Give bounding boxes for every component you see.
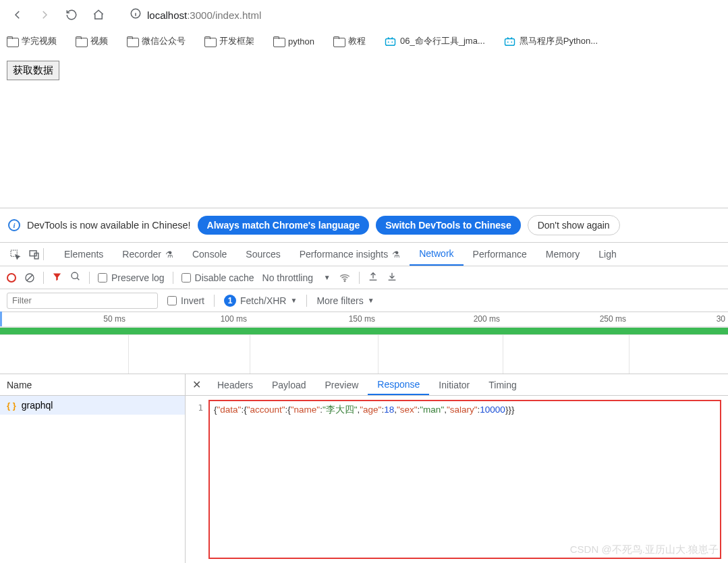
detail-tab-preview[interactable]: Preview: [316, 374, 368, 395]
devtools-tabs: Elements Recorder⚗ Console Sources Perfo…: [0, 242, 728, 266]
svg-line-15: [77, 278, 79, 280]
inspect-icon[interactable]: [5, 245, 24, 264]
svg-rect-6: [505, 39, 514, 46]
detail-tab-response[interactable]: Response: [368, 374, 429, 395]
timeline-tick: 100 ms: [221, 314, 250, 324]
detail-tab-headers[interactable]: Headers: [208, 374, 262, 395]
close-detail-button[interactable]: ✕: [192, 378, 208, 391]
folder-icon: [273, 36, 284, 46]
svg-point-5: [391, 41, 393, 42]
waterfall-area[interactable]: [0, 335, 728, 374]
page-body: 获取数据: [0, 53, 728, 88]
always-match-button[interactable]: Always match Chrome's language: [198, 216, 370, 235]
detail-tab-timing[interactable]: Timing: [479, 374, 526, 395]
timeline-tick: 150 ms: [349, 314, 378, 324]
bilibili-icon: [385, 36, 396, 46]
svg-line-13: [27, 275, 32, 280]
filter-toggle-icon[interactable]: [52, 272, 62, 284]
json-icon: { }: [7, 401, 16, 411]
switch-chinese-button[interactable]: Switch DevTools to Chinese: [376, 216, 520, 235]
fetch-data-button[interactable]: 获取数据: [7, 61, 59, 80]
chevron-down-icon: ▼: [290, 297, 297, 304]
svg-point-7: [507, 41, 509, 42]
language-notice: i DevTools is now available in Chinese! …: [0, 208, 728, 242]
bookmark-item[interactable]: 微信公众号: [127, 35, 186, 47]
watermark: CSDN @不死鸟.亚历山大.狼崽子: [570, 543, 719, 556]
folder-icon: [7, 36, 18, 46]
response-body: 1 {"data":{"account":{"name":"李大四","age"…: [186, 396, 728, 563]
search-icon[interactable]: [70, 271, 81, 284]
tab-performance[interactable]: Performance: [464, 243, 536, 266]
disable-cache-checkbox[interactable]: Disable cache: [181, 272, 254, 283]
tab-sources[interactable]: Sources: [236, 243, 289, 266]
devtools-panel: i DevTools is now available in Chinese! …: [0, 208, 728, 563]
column-header-name[interactable]: Name: [0, 374, 185, 396]
home-button[interactable]: [88, 4, 109, 26]
network-toolbar: Preserve log Disable cache No throttling…: [0, 266, 728, 289]
flask-icon: ⚗: [165, 249, 173, 260]
bookmark-item[interactable]: 06_命令行工具_jma...: [385, 35, 485, 47]
detail-tab-initiator[interactable]: Initiator: [429, 374, 479, 395]
bilibili-icon: [504, 36, 515, 46]
network-split: Name { } graphql ✕ Headers Payload Previ…: [0, 374, 728, 563]
separator: [359, 272, 360, 284]
clear-button[interactable]: [24, 272, 35, 283]
bookmark-item[interactable]: 教程: [333, 35, 366, 47]
back-button[interactable]: [7, 4, 28, 26]
filter-row: Invert 1 Fetch/XHR ▼ More filters ▼: [0, 289, 728, 312]
filter-input[interactable]: [7, 293, 158, 309]
folder-icon: [204, 36, 215, 46]
dont-show-button[interactable]: Don't show again: [528, 215, 620, 235]
timeline-tick: 50 ms: [103, 314, 128, 324]
invert-checkbox[interactable]: Invert: [167, 295, 204, 306]
detail-tab-payload[interactable]: Payload: [262, 374, 316, 395]
record-button[interactable]: [7, 273, 16, 283]
count-badge: 1: [224, 295, 236, 307]
separator: [43, 272, 44, 284]
tab-memory[interactable]: Memory: [536, 243, 590, 266]
flask-icon: ⚗: [392, 249, 400, 260]
fetch-xhr-filter[interactable]: 1 Fetch/XHR ▼: [224, 295, 297, 307]
bookmark-item[interactable]: 开发框架: [204, 35, 254, 47]
info-icon: i: [8, 219, 20, 231]
timeline-header[interactable]: 50 ms 100 ms 150 ms 200 ms 250 ms 30: [0, 312, 728, 327]
request-detail: ✕ Headers Payload Preview Response Initi…: [186, 374, 728, 563]
svg-rect-3: [386, 39, 395, 46]
chevron-down-icon: ▼: [368, 297, 374, 304]
tab-console[interactable]: Console: [183, 243, 236, 266]
tab-network[interactable]: Network: [410, 243, 463, 266]
bookmark-item[interactable]: 黑马程序员Python...: [504, 35, 598, 47]
svg-point-4: [388, 41, 389, 42]
timeline-tick: 250 ms: [600, 314, 629, 324]
svg-point-16: [344, 280, 345, 282]
timeline-tick: 30: [717, 314, 728, 324]
throttling-select[interactable]: No throttling ▼: [262, 272, 331, 283]
download-har-icon[interactable]: [387, 271, 397, 284]
bookmark-item[interactable]: 视频: [76, 35, 108, 47]
notice-text: DevTools is now available in Chinese!: [27, 220, 191, 231]
response-json[interactable]: {"data":{"account":{"name":"李大四","age":1…: [208, 400, 721, 559]
tab-lighthouse[interactable]: Ligh: [589, 243, 625, 266]
waterfall-overview[interactable]: [0, 327, 728, 335]
timeline-tick: 200 ms: [474, 314, 503, 324]
upload-har-icon[interactable]: [368, 271, 379, 284]
tab-recorder[interactable]: Recorder⚗: [113, 243, 183, 266]
folder-icon: [333, 36, 344, 46]
svg-point-14: [72, 272, 78, 278]
tab-elements[interactable]: Elements: [55, 243, 113, 266]
more-filters[interactable]: More filters ▼: [316, 295, 374, 306]
request-row-graphql[interactable]: { } graphql: [0, 396, 185, 415]
request-list: Name { } graphql: [0, 374, 186, 563]
reload-button[interactable]: [61, 4, 82, 26]
folder-icon: [76, 36, 86, 46]
bookmark-item[interactable]: python: [273, 36, 314, 47]
preserve-log-checkbox[interactable]: Preserve log: [98, 272, 165, 283]
browser-nav: localhost:3000/index.html: [0, 0, 728, 30]
network-conditions-icon[interactable]: [339, 270, 351, 285]
tab-performance-insights[interactable]: Performance insights⚗: [290, 243, 410, 266]
url-bar[interactable]: localhost:3000/index.html: [121, 3, 721, 26]
forward-button[interactable]: [34, 4, 55, 26]
bookmark-item[interactable]: 学完视频: [7, 35, 57, 47]
site-info-icon[interactable]: [130, 7, 142, 22]
device-toggle-icon[interactable]: [24, 245, 43, 264]
